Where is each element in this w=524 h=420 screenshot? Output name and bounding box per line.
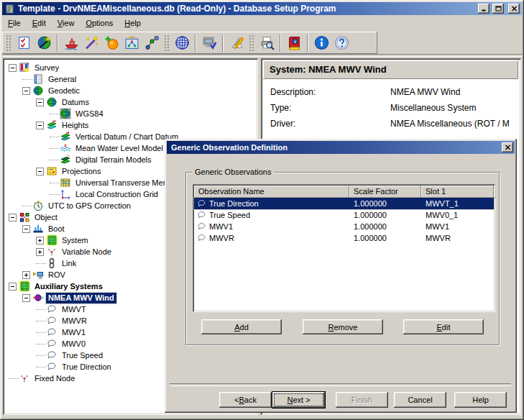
cell-slot-1: MWVT_1 — [421, 199, 494, 208]
table-row-mwvr[interactable]: MWVR1.000000MWVR — [194, 232, 494, 244]
tree-connector — [50, 194, 60, 195]
tree-item-datums[interactable]: Datums — [5, 96, 258, 108]
add-object-button[interactable] — [101, 33, 121, 53]
tree-item-label: Object — [32, 212, 60, 223]
collapse-icon[interactable] — [36, 99, 44, 106]
generic-observation-definition-dialog: Generic Observation Definition Generic O… — [165, 139, 517, 413]
tree-item-general[interactable]: General — [5, 73, 258, 85]
table-row-true-direction[interactable]: True Direction1.000000MWVT_1 — [194, 198, 494, 209]
tree-item-survey[interactable]: Survey — [5, 62, 258, 73]
validate-button[interactable] — [14, 33, 34, 53]
geometry-button[interactable] — [226, 33, 247, 53]
pipeline-button[interactable] — [142, 33, 162, 53]
geodetic-icon — [32, 85, 44, 96]
titlebar: Template - DrvNMEAMiscellaneous.db (Read… — [2, 2, 522, 15]
cell-scale-factor: 1.000000 — [349, 222, 421, 231]
table-row-mwv1[interactable]: MWV11.000000MWV1 — [194, 221, 494, 232]
menu-bar: File Edit View Options Help — [2, 16, 522, 30]
help-button[interactable] — [331, 33, 351, 53]
vessel-button[interactable] — [61, 33, 81, 53]
close-button[interactable] — [508, 4, 520, 14]
tree-item-wgs84[interactable]: WGS84 — [5, 108, 258, 119]
tree-connector — [36, 344, 46, 344]
next-button[interactable]: Next > — [272, 392, 325, 408]
help-button[interactable]: Help — [454, 392, 507, 408]
wizard-icon — [84, 35, 99, 50]
tree-item-label: MWVT — [60, 304, 88, 315]
expand-icon[interactable] — [36, 248, 44, 256]
expand-icon[interactable] — [36, 237, 44, 245]
general-icon — [32, 73, 44, 85]
globe-wizard-button[interactable] — [34, 33, 54, 53]
add-object-icon — [104, 35, 119, 50]
collapse-icon[interactable] — [22, 294, 30, 302]
projections-icon — [46, 165, 58, 177]
dialog-close-button[interactable] — [502, 142, 513, 152]
tree-item-label: Heights — [60, 120, 91, 131]
utm-map-icon — [60, 177, 71, 188]
menu-file[interactable]: File — [2, 17, 27, 29]
toolbar-grip[interactable] — [164, 35, 170, 52]
tree-connector — [36, 367, 46, 368]
cell-slot-1: MWV1 — [421, 222, 494, 231]
terrain-model-icon — [60, 154, 71, 165]
client-area: SurveyGeneralGeodeticDatumsWGS84HeightsV… — [2, 57, 522, 418]
cell-slot-1: MWV0_1 — [421, 211, 494, 219]
nmea-system-icon — [32, 292, 44, 303]
help-book-button[interactable] — [284, 33, 304, 53]
collapse-icon[interactable] — [22, 225, 30, 233]
observation-bubble-icon — [196, 222, 207, 232]
column-header-slot-1[interactable]: Slot 1 — [421, 186, 494, 198]
observation-bubble-icon — [46, 350, 58, 361]
wgs84-icon — [60, 108, 71, 119]
computer-check-icon — [202, 35, 217, 50]
info-button[interactable] — [311, 33, 331, 53]
edit-button[interactable]: Edit — [403, 319, 484, 334]
groupbox-label: Generic Observations — [192, 168, 274, 176]
collapse-icon[interactable] — [9, 214, 17, 222]
rov-monitor-icon — [32, 269, 44, 280]
column-header-scale-factor[interactable]: Scale Factor — [349, 186, 421, 198]
column-header-observation-name[interactable]: Observation Name — [194, 186, 349, 198]
globe-button[interactable] — [172, 33, 192, 53]
menu-help[interactable]: Help — [119, 17, 147, 29]
wizard-button[interactable] — [81, 33, 101, 53]
tree-item-label: Projections — [60, 166, 103, 177]
collapse-icon[interactable] — [36, 122, 44, 129]
collapse-icon[interactable] — [9, 283, 17, 291]
tree-item-label: Variable Node — [60, 247, 114, 257]
maximize-button[interactable] — [492, 4, 504, 14]
help-icon — [334, 35, 349, 50]
menu-options[interactable]: Options — [80, 17, 119, 29]
system-grid-icon — [46, 234, 58, 246]
add-button[interactable]: Add — [201, 319, 282, 334]
collapse-icon[interactable] — [9, 64, 17, 72]
remove-button[interactable]: Remove — [303, 319, 383, 334]
back-button[interactable]: < Back — [219, 392, 272, 408]
network-editor-button[interactable] — [121, 33, 142, 53]
print-preview-button[interactable] — [257, 33, 277, 53]
table-row-true-speed[interactable]: True Speed1.000000MWV0_1 — [194, 209, 494, 221]
cell-scale-factor: 1.000000 — [349, 199, 421, 208]
observation-bubble-icon — [46, 361, 58, 373]
generic-observations-groupbox: Generic Observations Observation NameSca… — [185, 172, 500, 345]
tree-item-heights[interactable]: Heights — [5, 119, 258, 131]
tree-connector — [36, 309, 46, 310]
minimize-button[interactable] — [478, 4, 489, 14]
system-grid-icon — [19, 280, 30, 292]
computer-check-button[interactable] — [199, 33, 219, 53]
construction-grid-icon — [60, 188, 71, 200]
menu-view[interactable]: View — [52, 17, 81, 29]
globe-icon — [175, 35, 190, 50]
tree-item-geodetic[interactable]: Geodetic — [5, 85, 258, 96]
menu-edit[interactable]: Edit — [27, 17, 52, 29]
collapse-icon[interactable] — [22, 87, 30, 95]
datums-icon — [46, 96, 58, 108]
collapse-icon[interactable] — [36, 168, 44, 175]
field-driver: Driver: NMEA Miscellaneous (ROT / M — [270, 119, 520, 133]
cancel-button[interactable]: Cancel — [394, 392, 446, 408]
app-icon — [4, 4, 15, 14]
expand-icon[interactable] — [22, 271, 30, 279]
toolbar-grip[interactable] — [249, 35, 254, 52]
toolbar-grip[interactable] — [6, 35, 12, 52]
